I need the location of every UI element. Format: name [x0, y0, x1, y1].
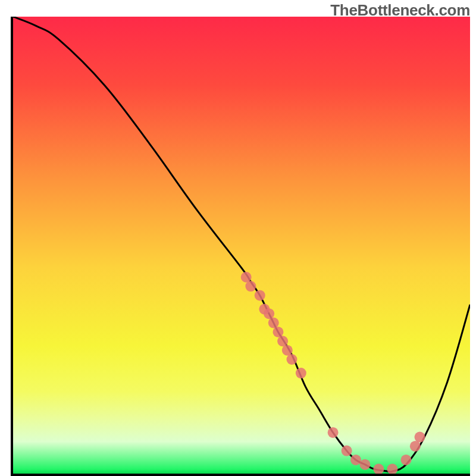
- data-point: [342, 446, 352, 456]
- data-point: [241, 272, 252, 283]
- plot-area: [11, 17, 470, 476]
- data-point: [328, 427, 339, 438]
- data-point: [277, 336, 288, 346]
- bottleneck-curve: [13, 17, 470, 472]
- data-point: [264, 308, 274, 319]
- data-point: [387, 464, 397, 474]
- data-point: [296, 368, 306, 378]
- data-point: [245, 281, 256, 292]
- data-point: [373, 464, 384, 474]
- data-point: [286, 354, 297, 365]
- data-point: [268, 318, 279, 328]
- chart-frame: TheBottleneck.com: [0, 0, 476, 476]
- data-point: [350, 455, 361, 465]
- chart-svg: [13, 17, 470, 474]
- data-point: [255, 290, 265, 300]
- data-point: [273, 327, 283, 337]
- data-point: [415, 432, 425, 443]
- data-point: [410, 441, 421, 452]
- data-point: [400, 455, 411, 465]
- data-point: [359, 459, 370, 470]
- data-point: [282, 345, 293, 356]
